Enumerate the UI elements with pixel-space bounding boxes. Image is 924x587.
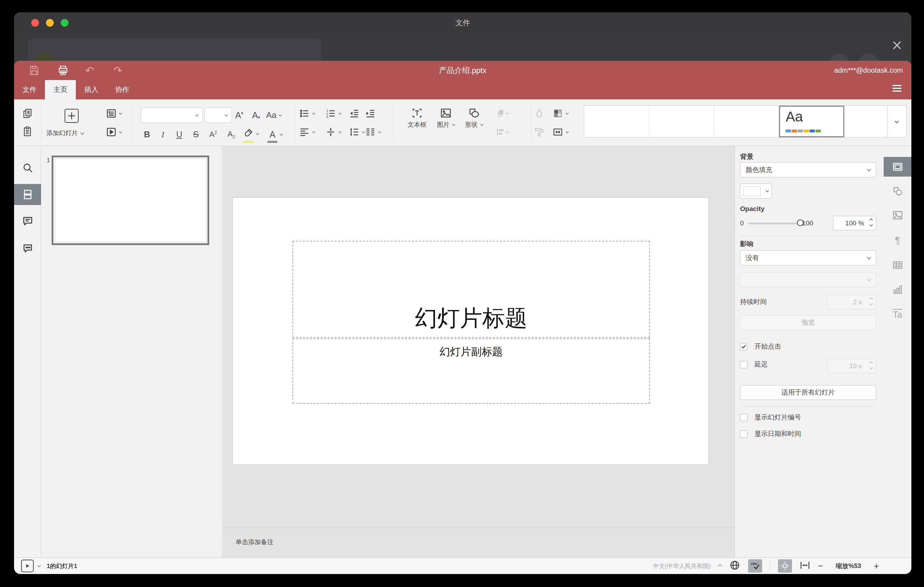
start-slideshow-button[interactable] [106,127,122,137]
effect-select[interactable]: 没有 [740,250,876,265]
clear-style-icon[interactable] [534,108,544,119]
shape-settings-icon[interactable] [884,183,911,200]
slideshow-options-icon[interactable] [38,564,41,567]
notes-area[interactable]: 单击添加备注 [223,528,734,557]
window-title: 文件 [14,12,911,33]
slide-number: 1 [43,157,50,163]
slide-settings-icon[interactable] [884,157,911,176]
highlight-color-button[interactable] [243,127,259,141]
underline-button[interactable]: U [176,127,182,142]
slide-thumbnail-selected[interactable] [51,155,209,245]
columns-button[interactable] [365,127,381,137]
line-spacing-button[interactable] [349,127,365,137]
preview-button[interactable]: 预览 [740,315,876,330]
fill-color-swatch[interactable] [740,184,772,199]
opacity-slider-knob[interactable] [797,219,804,226]
insert-shape-button[interactable]: 形状 [460,99,487,146]
delay-spinner[interactable]: 10 s [827,359,876,373]
paste-button[interactable] [22,126,33,137]
increase-indent-button[interactable] [365,108,376,119]
slide-subtitle-placeholder[interactable]: 幻灯片副标题 [292,338,650,404]
start-on-click-row: 开始点击 [740,342,781,351]
theme-thumbnail-selected[interactable]: Aa [779,106,844,137]
font-name-select[interactable] [141,107,203,123]
opacity-value-spinner[interactable]: 100 % [833,216,876,230]
language-caret-icon[interactable] [718,564,722,568]
start-slideshow-status-button[interactable] [21,560,34,572]
tab-file[interactable]: 文件 [14,80,45,99]
theme-thumbnail[interactable] [844,106,888,137]
notes-placeholder[interactable]: 单击添加备注 [236,538,274,546]
slides-panel-icon[interactable] [14,184,41,205]
comments-icon[interactable] [14,213,41,229]
strikethrough-button[interactable]: S [193,127,199,142]
font-size-select[interactable] [205,107,232,123]
show-date-time-checkbox[interactable] [740,430,747,438]
arrange-shape-button[interactable] [496,108,509,119]
duration-spinner[interactable]: 2 s [827,295,876,309]
image-settings-icon[interactable] [884,207,911,224]
decrease-font-button[interactable]: A▾ [252,107,260,123]
theme-gallery-expand-button[interactable] [888,106,906,137]
subscript-button[interactable]: A2 [228,127,235,142]
apply-to-all-slides-button[interactable]: 适用于所有幻灯片 [740,385,876,400]
tab-home[interactable]: 主页 [45,80,76,99]
color-scheme-button[interactable] [553,108,568,119]
add-slide-dropdown[interactable]: 添加幻灯片 [46,129,102,137]
insert-textbox-button[interactable]: 文本框 [402,99,432,146]
highlighter-icon [243,128,254,139]
set-language-icon[interactable] [729,560,741,572]
start-on-click-checkbox[interactable] [740,343,747,350]
theme-thumbnail[interactable] [649,106,714,137]
copy-button[interactable] [22,108,33,119]
superscript-button[interactable]: A2 [209,127,217,142]
search-icon[interactable] [14,160,41,176]
fill-type-select[interactable]: 颜色填充 [740,162,876,177]
textart-settings-icon[interactable]: Ta [884,306,911,323]
insert-image-button[interactable]: 图片 [432,99,459,146]
slide-surface[interactable]: 幻灯片标题 幻灯片副标题 [233,197,709,465]
language-selector[interactable]: 中文(中华人民共和国) [653,562,711,570]
theme-thumbnail[interactable] [714,106,779,137]
zoom-out-button[interactable]: − [818,562,823,569]
vertical-align-button[interactable] [325,127,341,137]
user-email: adm***@dootask.com [834,61,903,80]
bold-button[interactable]: B [144,127,150,142]
numbered-list-button[interactable]: 1 2 3 [325,108,341,119]
app-window: 文件 ↶ ↷ 产品介绍.pptx adm***@dootask.com [14,12,911,574]
decrease-indent-button[interactable] [349,108,360,119]
fit-to-slide-button[interactable] [778,559,792,572]
increase-font-button[interactable]: A▴ [235,107,243,123]
font-color-button[interactable]: A [267,127,282,142]
opacity-slider[interactable] [748,223,800,224]
delay-checkbox[interactable] [740,361,747,368]
chat-icon[interactable] [14,241,41,256]
editor-header: ↶ ↷ 产品介绍.pptx adm***@dootask.com 文件 主页 插… [14,61,911,99]
chart-settings-icon[interactable] [884,281,911,298]
close-icon[interactable] [892,40,902,50]
change-case-button[interactable]: Aa [266,107,282,123]
add-slide-button[interactable] [64,109,79,123]
slide-size-button[interactable] [553,127,568,137]
horizontal-align-button[interactable] [299,127,315,137]
spellcheck-toggle[interactable]: ABC [748,559,762,572]
slide-title-placeholder[interactable]: 幻灯片标题 [292,241,650,338]
copy-style-icon[interactable] [534,127,544,137]
fit-to-width-button[interactable] [800,560,810,572]
table-settings-icon[interactable] [884,257,911,274]
opacity-min: 0 [740,219,744,227]
show-slide-number-checkbox[interactable] [740,414,747,421]
bullet-list-button[interactable] [299,108,315,119]
tab-insert[interactable]: 插入 [76,80,107,99]
zoom-in-button[interactable]: + [874,562,879,569]
menu-icon[interactable] [893,85,901,93]
tab-collaborate[interactable]: 协作 [107,80,138,99]
slide-layout-button[interactable] [106,108,122,119]
effect-type-select[interactable] [740,272,876,287]
opacity-max: 100 [802,219,813,227]
background-circle [830,53,849,61]
align-shape-button[interactable] [496,127,509,137]
paragraph-settings-icon[interactable]: ¶ [884,232,911,249]
theme-thumbnail[interactable] [584,106,649,137]
italic-button[interactable]: I [162,127,164,142]
